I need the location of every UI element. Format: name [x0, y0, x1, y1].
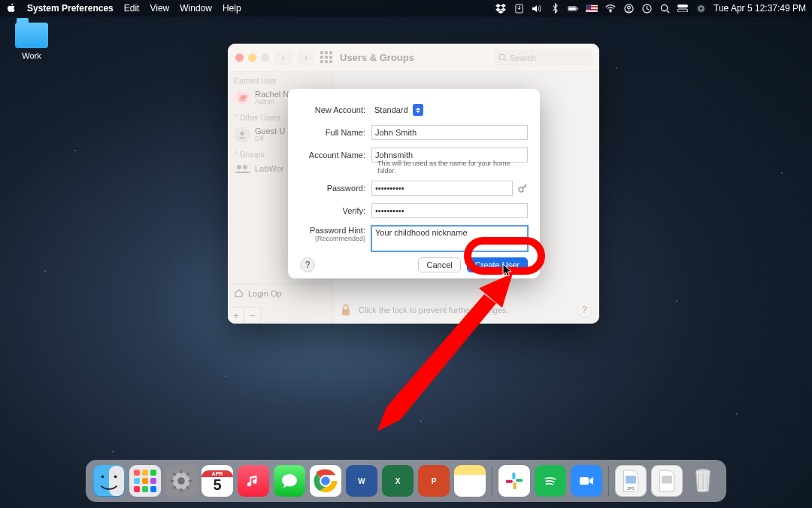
svg-rect-23 — [109, 466, 124, 496]
select-stepper-icon — [413, 104, 423, 116]
dock-file-jpg[interactable]: JPG — [615, 465, 647, 497]
svg-point-11 — [696, 4, 705, 13]
svg-point-19 — [519, 187, 523, 192]
svg-rect-37 — [626, 476, 636, 483]
full-name-field[interactable]: John Smith — [371, 125, 528, 140]
cancel-button[interactable]: Cancel — [418, 257, 460, 272]
dock-file-generic[interactable] — [651, 465, 683, 497]
nav-forward-button[interactable]: › — [298, 50, 314, 65]
dock-word[interactable]: W — [346, 465, 377, 497]
svg-point-17 — [243, 165, 247, 169]
siri-icon[interactable] — [695, 3, 706, 14]
svg-point-25 — [114, 475, 117, 478]
label-password: Password: — [300, 184, 371, 193]
show-all-prefs-icon[interactable] — [320, 51, 334, 65]
svg-rect-39 — [662, 476, 672, 483]
menu-bar: System Preferences Edit View Window Help… — [0, 0, 812, 17]
dock-spotify[interactable] — [535, 465, 566, 497]
svg-point-8 — [661, 5, 667, 11]
control-center-icon[interactable] — [677, 3, 688, 14]
dock-chrome[interactable] — [310, 465, 341, 497]
spotlight-icon[interactable] — [659, 3, 670, 14]
user-icon[interactable] — [623, 3, 634, 14]
group-name: LabWor — [255, 164, 283, 173]
lock-icon[interactable] — [341, 304, 353, 316]
desktop-folder-label: Work — [9, 51, 54, 60]
apple-menu-icon[interactable] — [6, 3, 17, 14]
dock-system-preferences[interactable] — [165, 465, 197, 497]
window-title: Users & Groups — [340, 52, 414, 63]
dock-finder[interactable] — [93, 465, 125, 497]
wifi-icon[interactable] — [605, 3, 616, 14]
minimize-window-button[interactable] — [248, 53, 256, 62]
dock-notes[interactable] — [454, 465, 486, 497]
sheet-help-button[interactable]: ? — [300, 257, 315, 272]
svg-rect-18 — [342, 309, 350, 315]
timemachine-icon[interactable] — [641, 3, 652, 14]
login-options-button[interactable]: Login Op — [228, 283, 332, 303]
add-remove-user-controls: + − — [228, 307, 261, 324]
menu-window[interactable]: Window — [180, 3, 212, 14]
label-full-name: Full Name: — [300, 128, 371, 137]
login-options-label: Login Op — [248, 289, 282, 298]
battery-icon[interactable] — [568, 3, 578, 14]
menubar-app-name[interactable]: System Preferences — [27, 3, 114, 14]
dock-slack[interactable] — [498, 465, 530, 497]
svg-point-15 — [240, 132, 244, 135]
updates-icon[interactable] — [514, 3, 524, 14]
svg-point-24 — [102, 475, 105, 478]
create-user-button[interactable]: Create User — [467, 257, 528, 272]
password-hint-field[interactable]: Your childhood nickname — [371, 226, 528, 251]
password-key-icon[interactable] — [517, 183, 528, 193]
verify-password-field[interactable]: •••••••••• — [371, 203, 528, 218]
dock-separator — [492, 466, 492, 496]
dropbox-icon[interactable] — [495, 3, 506, 14]
lock-text: Click the lock to prevent further change… — [359, 306, 508, 315]
menu-view[interactable]: View — [150, 3, 169, 14]
dock: APR5 W X P JPG — [86, 460, 726, 502]
svg-rect-36 — [580, 477, 589, 485]
svg-rect-32 — [516, 479, 523, 482]
svg-point-14 — [499, 54, 504, 59]
volume-icon[interactable] — [532, 3, 542, 14]
close-window-button[interactable] — [235, 53, 244, 62]
nav-back-button[interactable]: ‹ — [275, 50, 292, 65]
desktop-folder-work[interactable]: Work — [9, 23, 54, 60]
account-type-value: Standard — [374, 105, 408, 114]
dock-trash[interactable] — [687, 465, 719, 497]
account-type-select[interactable]: Standard — [371, 102, 528, 117]
dock-music[interactable] — [238, 465, 269, 497]
menu-help[interactable]: Help — [223, 3, 241, 14]
help-button[interactable]: ? — [577, 303, 592, 318]
prefs-search-field[interactable]: Search — [494, 50, 592, 66]
svg-rect-34 — [506, 480, 513, 483]
label-new-account: New Account: — [300, 105, 371, 114]
svg-rect-3 — [577, 8, 577, 10]
bluetooth-icon[interactable] — [550, 3, 560, 14]
svg-point-6 — [627, 6, 630, 9]
dock-launchpad[interactable] — [129, 465, 161, 497]
password-field[interactable]: •••••••••• — [371, 181, 513, 196]
label-verify: Verify: — [300, 206, 371, 215]
sidebar-header-current-user: Current User — [228, 72, 332, 87]
folder-icon — [15, 23, 48, 48]
dock-zoom[interactable] — [571, 465, 602, 497]
add-user-button[interactable]: + — [228, 307, 244, 324]
window-traffic-lights — [235, 53, 269, 62]
search-placeholder: Search — [510, 53, 536, 62]
label-account-name: Account Name: — [300, 151, 371, 160]
svg-point-27 — [177, 477, 185, 485]
label-password-hint: Password Hint: — [300, 226, 365, 235]
remove-user-button[interactable]: − — [244, 307, 261, 324]
dock-powerpoint[interactable]: P — [418, 465, 450, 497]
dock-messages[interactable] — [274, 465, 305, 497]
new-user-sheet: New Account: Standard Full Name: John Sm… — [288, 89, 540, 278]
menu-edit[interactable]: Edit — [124, 3, 140, 14]
input-source-flag-icon[interactable] — [586, 5, 598, 12]
dock-calendar[interactable]: APR5 — [201, 465, 233, 497]
zoom-window-button[interactable] — [261, 53, 269, 62]
label-recommended: (Recommended) — [300, 235, 365, 242]
avatar-icon: 🐙 — [234, 90, 250, 106]
menubar-clock[interactable]: Tue Apr 5 12:37:49 PM — [714, 3, 806, 14]
dock-excel[interactable]: X — [382, 465, 414, 497]
